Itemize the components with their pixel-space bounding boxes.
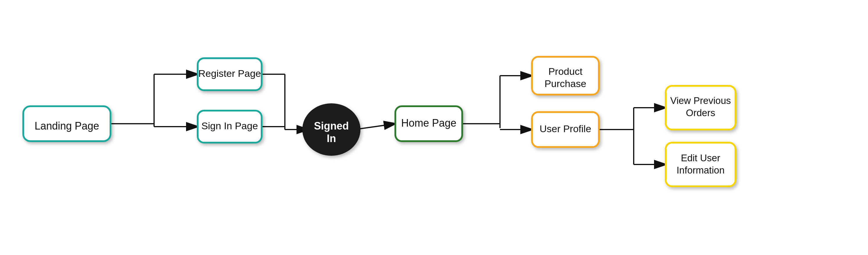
flow-diagram: Landing Page Register Page Sign In Page …	[0, 0, 868, 255]
home-page-label: Home Page	[401, 117, 456, 129]
landing-page-label: Landing Page	[35, 120, 99, 132]
product-purchase-label2: Purchase	[545, 78, 586, 89]
user-profile-label: User Profile	[539, 123, 591, 134]
svg-line-9	[354, 124, 395, 130]
signed-in-label2: In	[327, 133, 336, 144]
register-page-label: Register Page	[198, 68, 261, 79]
view-orders-label: View Previous	[670, 95, 731, 106]
diagram-container: Landing Page Register Page Sign In Page …	[0, 0, 868, 255]
view-orders-label2: Orders	[686, 107, 715, 118]
edit-user-label: Edit User	[681, 152, 720, 163]
product-purchase-label: Product	[548, 66, 583, 77]
signin-page-label: Sign In Page	[202, 120, 258, 131]
edit-user-label2: Information	[676, 165, 724, 175]
signed-in-label: Signed	[314, 120, 349, 132]
